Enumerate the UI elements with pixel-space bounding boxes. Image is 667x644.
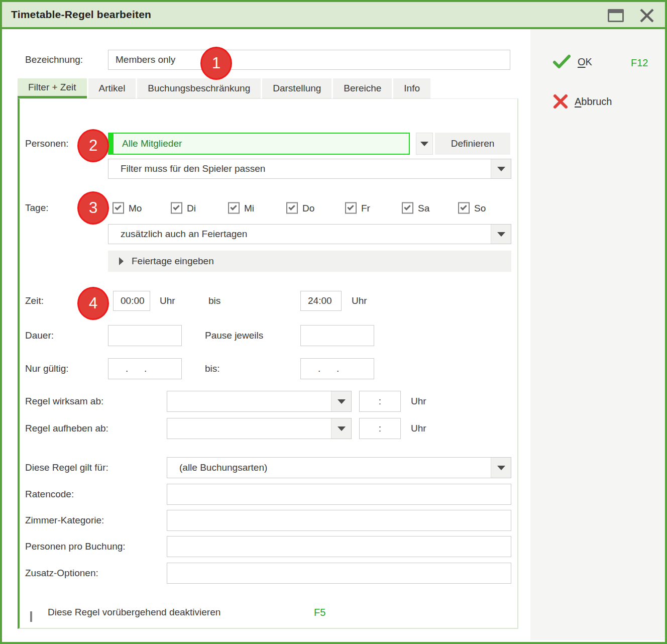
tab-darstellung[interactable]: Darstellung [262,78,331,98]
personen-select[interactable]: Alle Mitglieder [108,133,410,155]
bezeichnung-input[interactable]: Members only [108,50,510,70]
feiertage-eingeben-expander[interactable]: Feiertage eingeben [108,251,511,272]
day-checkbox-so[interactable] [458,202,470,214]
zeit-label: Zeit: [25,295,44,306]
pause-jeweils-label: Pause jeweils [205,330,263,341]
close-button[interactable] [635,2,659,29]
day-label-so: So [474,202,486,213]
abbruch-button[interactable]: Abbruch [552,93,612,110]
feiertage-eingeben-row: Feiertage eingeben [20,251,517,272]
day-label-sa: Sa [418,202,429,213]
day-label-mo: Mo [129,202,142,213]
wirksam-date-select[interactable] [167,391,352,412]
day-checkbox-do[interactable] [286,202,298,214]
abbruch-label: Abbruch [575,96,612,108]
pause-input[interactable] [300,325,374,346]
chevron-down-icon [338,399,346,404]
gilt-fuer-select[interactable]: (alle Buchungsarten) [167,457,511,478]
zusatz-optionen-label: Zusatz-Optionen: [25,568,98,579]
filter-mode-dropdown-button[interactable] [491,159,511,178]
check-icon [115,203,121,210]
day-label-fr: Fr [361,202,370,213]
feiertage-eingeben-label: Feiertage eingeben [132,256,214,267]
day-item-so: So [458,202,486,214]
aufheben-row: Regel aufheben ab: : Uhr [20,418,517,439]
ok-label: OK [578,56,592,68]
check-icon [460,203,467,210]
gilt-fuer-label: Diese Regel gilt für: [25,462,108,473]
nur-gueltig-bis-input[interactable]: . . [300,358,374,379]
annotation-badge-4: 4 [77,287,109,320]
maximize-button[interactable] [605,2,627,29]
tab-info[interactable]: Info [393,78,430,98]
definieren-button[interactable]: Definieren [435,133,510,155]
green-highlight-bar [109,134,114,154]
day-label-mi: Mi [244,202,254,213]
window-title: Timetable-Regel bearbeiten [2,9,151,21]
feiertage-option-row: zusätzlich auch an Feiertagen [20,224,517,244]
chevron-down-icon [338,426,346,431]
wirksam-dropdown-button[interactable] [331,391,351,411]
ratencode-row: Ratencode: [20,484,517,505]
day-item-mi: Mi [228,202,254,214]
check-icon [288,203,295,210]
tab-bereiche[interactable]: Bereiche [333,78,392,98]
zimmer-kategorie-label: Zimmer-Kategorie: [25,515,104,526]
day-item-di: Di [171,202,196,214]
wirksam-label: Regel wirksam ab: [25,396,103,407]
day-checkbox-mi[interactable] [228,202,240,214]
zusatz-optionen-input[interactable] [167,563,511,584]
check-icon [347,203,354,210]
zeit-uhr2-label: Uhr [352,295,367,306]
feiertage-option-select[interactable]: zusätzlich auch an Feiertagen [108,224,511,244]
zeit-bis-input[interactable]: 24:00 [300,291,342,311]
tab-filter-zeit[interactable]: Filter + Zeit [18,78,87,98]
personen-dropdown-button[interactable] [416,133,433,155]
tab-artikel[interactable]: Artikel [88,78,136,98]
timetable-rule-dialog: Timetable-Regel bearbeiten Bezeichnung: … [0,0,667,644]
filter-mode-value: Filter muss für den Spieler passen [108,163,491,174]
ratencode-label: Ratencode: [25,489,74,500]
titlebar: Timetable-Regel bearbeiten [2,2,665,29]
zeit-von-input[interactable]: 00:00 [113,291,150,311]
day-checkbox-fr[interactable] [345,202,357,214]
cancel-x-icon [552,93,569,110]
ratencode-input[interactable] [167,484,511,505]
personen-pro-buchung-row: Personen pro Buchung: [20,536,517,557]
day-item-sa: Sa [402,202,429,214]
nur-gueltig-row: Nur gültig: . . bis: . . [20,358,517,379]
personen-pro-buchung-input[interactable] [167,536,511,557]
ok-check-icon [552,54,572,69]
dauer-label: Dauer: [25,330,54,341]
check-icon [230,203,237,210]
nur-gueltig-label: Nur gültig: [25,363,69,374]
aufheben-time-input[interactable]: : [359,418,401,439]
ok-button[interactable]: OK [552,54,592,69]
ok-fkey: F12 [631,57,648,69]
filter-zeit-panel: Personen: Alle Mitglieder Definieren Fil… [18,98,518,629]
gilt-fuer-dropdown-button[interactable] [491,458,511,478]
wirksam-time-input[interactable]: : [359,391,401,412]
day-checkbox-mo[interactable] [113,202,124,214]
aufheben-date-select[interactable] [167,418,352,439]
annotation-badge-2: 2 [77,129,109,162]
dauer-input[interactable] [108,325,182,346]
deaktivieren-row: Diese Regel vorübergehend deaktivieren F… [20,602,517,622]
deaktivieren-checkbox[interactable] [30,611,32,622]
nur-gueltig-von-input[interactable]: . . [108,358,182,379]
zimmer-kategorie-input[interactable] [167,510,511,531]
feiertage-dropdown-button[interactable] [491,225,511,244]
annotation-badge-3: 3 [77,191,109,225]
gilt-fuer-value: (alle Buchungsarten) [167,462,491,473]
tab-buchungsbeschraenkung[interactable]: Buchungsbeschränkung [137,78,261,98]
bezeichnung-row: Bezeichnung: Members only [2,50,530,70]
day-checkbox-di[interactable] [171,202,182,214]
check-icon [404,203,410,210]
day-item-fr: Fr [345,202,370,214]
maximize-icon [608,9,624,22]
aufheben-dropdown-button[interactable] [331,418,351,439]
annotation-badge-1: 1 [200,47,232,80]
filter-mode-select[interactable]: Filter muss für den Spieler passen [108,159,511,179]
action-sidebar: OK F12 Abbruch [530,29,665,640]
day-checkbox-sa[interactable] [402,202,413,214]
